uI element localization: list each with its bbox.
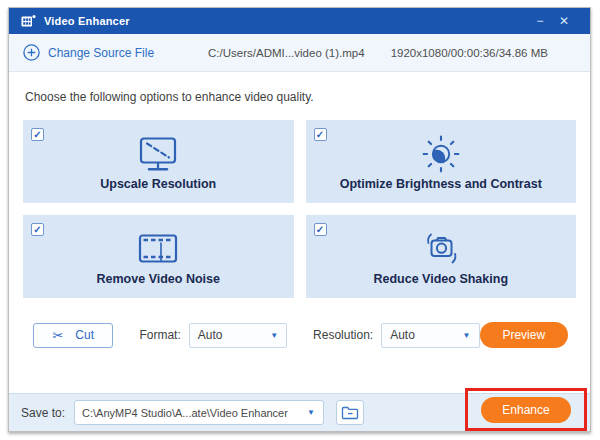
plus-circle-icon <box>23 44 40 61</box>
resolution-dropdown[interactable]: Auto ▼ <box>381 323 479 348</box>
scissors-icon: ✂ <box>52 329 63 342</box>
checkbox-upscale-resolution[interactable]: ✓ <box>31 128 44 141</box>
cut-button-label: Cut <box>75 328 94 342</box>
option-label: Upscale Resolution <box>100 177 216 191</box>
app-window: Video Enhancer − ✕ Change Source File C:… <box>8 7 591 432</box>
film-strip-icon <box>134 227 182 271</box>
checkmark-icon: ✓ <box>33 224 41 235</box>
option-label: Optimize Brightness and Contrast <box>340 177 542 191</box>
option-card-upscale-resolution[interactable]: ✓ Upscale Resolution <box>23 120 294 203</box>
chevron-down-icon: ▼ <box>270 331 278 340</box>
source-file-info: 1920x1080/00:00:36/34.86 MB <box>391 47 548 59</box>
annotation-highlight-box: Enhance <box>465 388 587 431</box>
source-file-path: C:/Users/ADMI...video (1).mp4 <box>208 47 365 59</box>
checkbox-remove-noise[interactable]: ✓ <box>31 223 44 236</box>
title-bar: Video Enhancer − ✕ <box>9 8 590 34</box>
cut-button[interactable]: ✂ Cut <box>33 323 113 348</box>
option-card-optimize-brightness[interactable]: ✓ <box>306 120 577 203</box>
resolution-label: Resolution: <box>313 328 373 342</box>
enhance-button[interactable]: Enhance <box>481 397 571 423</box>
monitor-upscale-icon <box>135 132 181 176</box>
chevron-down-icon: ▼ <box>463 331 471 340</box>
checkmark-icon: ✓ <box>33 129 41 140</box>
checkmark-icon: ✓ <box>316 129 324 140</box>
desktop: { "window": { "title": "Video Enhancer" … <box>0 0 600 440</box>
format-dropdown[interactable]: Auto ▼ <box>189 323 287 348</box>
format-label: Format: <box>139 328 180 342</box>
chevron-down-icon: ▼ <box>299 408 323 417</box>
minimize-icon[interactable]: − <box>528 8 552 34</box>
save-path-value: C:\AnyMP4 Studio\A...ate\Video Enhancer <box>75 407 299 419</box>
change-source-file-label: Change Source File <box>48 46 154 60</box>
main-content: Choose the following options to enhance … <box>9 72 590 393</box>
format-value: Auto <box>198 328 223 342</box>
change-source-file-button[interactable]: Change Source File <box>23 44 154 61</box>
resolution-value: Auto <box>390 328 415 342</box>
options-prompt: Choose the following options to enhance … <box>25 90 576 104</box>
camera-shake-icon <box>418 227 464 271</box>
save-path-dropdown[interactable]: C:\AnyMP4 Studio\A...ate\Video Enhancer … <box>74 400 324 425</box>
option-label: Reduce Video Shaking <box>373 272 508 286</box>
preview-button[interactable]: Preview <box>480 322 569 348</box>
option-card-reduce-shaking[interactable]: ✓ Reduce Video Shaking <box>306 215 577 298</box>
save-bar: Save to: C:\AnyMP4 Studio\A...ate\Video … <box>9 393 590 431</box>
folder-icon <box>341 405 359 420</box>
window-title: Video Enhancer <box>44 15 130 27</box>
app-icon <box>21 14 36 28</box>
brightness-sun-icon <box>420 132 462 176</box>
options-grid: ✓ Upscale Resolution ✓ <box>23 120 576 298</box>
checkmark-icon: ✓ <box>316 224 324 235</box>
close-icon[interactable]: ✕ <box>552 8 576 34</box>
settings-row: ✂ Cut Format: Auto ▼ Resolution: Auto ▼ … <box>23 322 576 348</box>
source-toolbar: Change Source File C:/Users/ADMI...video… <box>9 34 590 72</box>
save-to-label: Save to: <box>21 406 65 420</box>
option-label: Remove Video Noise <box>97 272 220 286</box>
option-card-remove-noise[interactable]: ✓ Remove Video Noise <box>23 215 294 298</box>
checkbox-optimize-brightness[interactable]: ✓ <box>314 128 327 141</box>
checkbox-reduce-shaking[interactable]: ✓ <box>314 223 327 236</box>
browse-folder-button[interactable] <box>336 400 364 425</box>
